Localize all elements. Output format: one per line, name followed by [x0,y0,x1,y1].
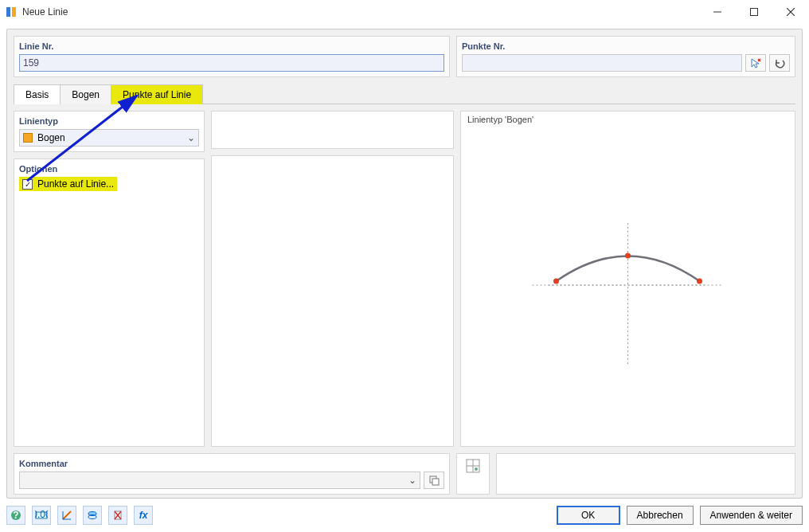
kommentar-panel: Kommentar ⌄ [14,453,450,495]
ok-button[interactable]: OK [557,506,620,525]
undo-button[interactable] [769,54,790,72]
punkte-nr-group: Punkte Nr. [456,36,795,77]
svg-point-12 [625,253,631,259]
layer-button[interactable] [83,506,102,525]
linie-nr-group: Linie Nr. [14,36,450,77]
tab-punkte-auf-linie[interactable]: Punkte auf Linie [111,84,203,104]
preview-grid-button[interactable] [456,453,490,495]
svg-point-19 [475,467,478,471]
fx-button[interactable]: fx [134,506,153,525]
cancel-button[interactable]: Abbrechen [627,506,694,525]
mid-top-panel [211,111,454,149]
checkbox-checked-icon: ✓ [22,179,33,190]
titlebar: Neue Linie [0,0,809,24]
punkte-auf-linie-checkbox-row[interactable]: ✓ Punkte auf Linie... [19,177,117,191]
svg-rect-3 [751,9,758,16]
punkte-auf-linie-checkbox-label: Punkte auf Linie... [37,178,114,190]
minimize-button[interactable] [699,0,736,24]
delete-button[interactable] [108,506,127,525]
svg-text:0.00: 0.00 [35,510,48,520]
kommentar-select[interactable]: ⌄ [19,471,420,489]
linientyp-label: Linientyp [19,116,199,126]
maximize-button[interactable] [736,0,772,24]
help-button[interactable]: ? [6,506,25,525]
linientyp-select[interactable]: Bogen ⌄ [19,129,199,147]
linientyp-panel: Linientyp Bogen ⌄ [14,111,205,152]
preview-footer-panel [496,453,795,495]
svg-point-11 [553,279,559,284]
linientyp-swatch-icon [23,133,33,143]
tab-basis[interactable]: Basis [14,84,61,104]
optionen-panel: Optionen ✓ Punkte auf Linie... [14,158,205,447]
bottom-bar: ? 0.00 fx OK Abbrechen Anwenden & weiter [6,503,803,527]
optionen-label: Optionen [19,164,199,174]
svg-text:fx: fx [139,510,149,521]
punkte-nr-label: Punkte Nr. [462,41,790,51]
preview-panel: Linientyp 'Bogen' [460,111,795,447]
window-title: Neue Linie [22,6,699,18]
linie-nr-input[interactable] [19,54,444,72]
chevron-down-icon: ⌄ [408,475,416,486]
svg-rect-1 [12,7,16,17]
pick-cursor-button[interactable] [745,54,766,72]
apply-continue-button[interactable]: Anwenden & weiter [700,506,803,525]
mid-bottom-panel [211,155,454,447]
tab-bogen[interactable]: Bogen [60,84,111,104]
chevron-down-icon: ⌄ [187,132,195,143]
kommentar-copy-button[interactable] [424,471,444,489]
linientyp-value: Bogen [37,132,65,143]
svg-text:?: ? [13,510,18,521]
linie-nr-label: Linie Nr. [19,41,444,51]
punkte-nr-input[interactable] [462,54,742,72]
preview-canvas [461,111,795,446]
svg-line-25 [63,511,71,519]
app-icon [5,6,18,18]
dialog-body: Linie Nr. Punkte Nr. Basis Bogen Punkte … [6,29,803,499]
svg-rect-15 [432,479,439,485]
tab-row: Basis Bogen Punkte auf Linie [14,84,795,104]
measure-button[interactable] [57,506,76,525]
close-button[interactable] [772,0,809,24]
svg-point-13 [697,279,702,284]
units-button[interactable]: 0.00 [32,506,51,525]
kommentar-label: Kommentar [19,459,444,468]
svg-rect-0 [6,7,10,17]
